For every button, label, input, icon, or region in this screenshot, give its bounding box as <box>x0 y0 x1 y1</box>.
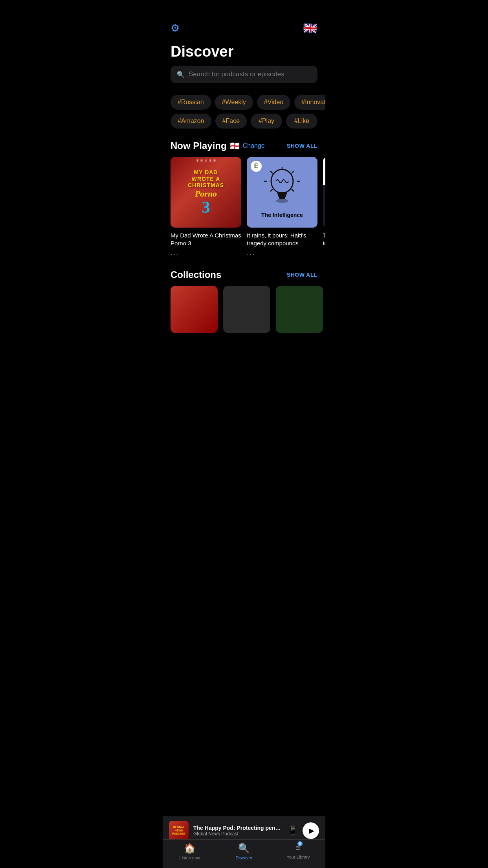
tags-row-2: #Amazon #Face #Play #Like <box>171 114 317 129</box>
collections-title: Collections <box>171 269 221 280</box>
change-button[interactable]: Change <box>243 142 265 149</box>
svg-line-5 <box>270 171 273 173</box>
card-title-politico: The Democrats' 'civil war' in C <box>323 232 325 247</box>
tag-amazon[interactable]: #Amazon <box>171 114 211 129</box>
card-image-my-dad: ❄ ❄ ❄ ❄ ❄ MY DADWROTE ACHRISTMAS Porno 3 <box>171 157 241 228</box>
collections-scroll <box>163 286 325 341</box>
politico-building <box>323 196 325 228</box>
collections-show-all[interactable]: SHOW ALL <box>287 272 317 278</box>
now-playing-header: Now Playing 🏴󠁧󠁢󠁥󠁮󠁧󠁿 Change SHOW ALL <box>163 132 325 157</box>
podcast-card-intelligence[interactable]: E <box>247 157 317 258</box>
svg-rect-8 <box>277 192 287 195</box>
page-title: Discover <box>163 39 325 66</box>
svg-rect-10 <box>279 197 285 199</box>
tag-russian[interactable]: #Russian <box>171 95 211 110</box>
card-title-intelligence: It rains, it pours: Haiti's tragedy comp… <box>247 232 317 247</box>
now-playing-show-all[interactable]: SHOW ALL <box>287 143 317 149</box>
podcast-card-my-dad[interactable]: ❄ ❄ ❄ ❄ ❄ MY DADWROTE ACHRISTMAS Porno 3… <box>171 157 241 258</box>
card-menu-my-dad[interactable]: ··· <box>171 250 241 258</box>
tags-section: #Russian #Weekly #Video #Innovation #Ama… <box>163 91 325 132</box>
search-input[interactable] <box>189 70 311 78</box>
svg-rect-9 <box>278 195 286 197</box>
podcast-card-politico[interactable]: POLITICO Playbook Deep Dive <box>323 157 325 258</box>
top-bar: ⚙ 🇬🇧 <box>163 0 325 39</box>
collections-header: Collections SHOW ALL <box>163 258 325 286</box>
intelligence-label: The Intelligence <box>261 212 303 218</box>
card-menu-intelligence[interactable]: ··· <box>247 250 317 258</box>
search-icon: 🔍 <box>177 71 185 78</box>
e-badge: E <box>251 161 262 172</box>
now-playing-title: Now Playing 🏴󠁧󠁢󠁥󠁮󠁧󠁿 Change <box>171 140 265 151</box>
tag-video[interactable]: #Video <box>257 95 291 110</box>
now-playing-cards: ❄ ❄ ❄ ❄ ❄ MY DADWROTE ACHRISTMAS Porno 3… <box>163 157 325 258</box>
tag-weekly[interactable]: #Weekly <box>215 95 253 110</box>
search-bar[interactable]: 🔍 <box>171 66 317 83</box>
card-title-my-dad: My Dad Wrote A Christmas Porno 3 <box>171 232 241 247</box>
collection-item-2[interactable] <box>223 286 270 333</box>
lightbulb-svg <box>262 166 302 210</box>
now-playing-flag: 🏴󠁧󠁢󠁥󠁮󠁧󠁿 <box>230 141 240 151</box>
svg-point-11 <box>276 199 288 203</box>
card-image-intelligence: E <box>247 157 317 228</box>
tag-play[interactable]: #Play <box>251 114 282 129</box>
tag-innovation[interactable]: #Innovation <box>294 95 325 110</box>
collection-item-3[interactable] <box>276 286 323 333</box>
svg-line-7 <box>270 189 273 191</box>
collection-item-1[interactable] <box>171 286 218 333</box>
settings-icon[interactable]: ⚙ <box>171 22 180 34</box>
tag-like[interactable]: #Like <box>286 114 317 129</box>
svg-line-2 <box>292 171 294 173</box>
tags-row-1: #Russian #Weekly #Video #Innovation <box>171 95 317 110</box>
region-flag-icon[interactable]: 🇬🇧 <box>303 20 317 35</box>
svg-line-4 <box>292 189 294 191</box>
card-image-politico: POLITICO Playbook Deep Dive <box>323 157 325 228</box>
snowflakes-decoration: ❄ ❄ ❄ ❄ ❄ <box>196 158 216 163</box>
tag-face[interactable]: #Face <box>215 114 247 129</box>
